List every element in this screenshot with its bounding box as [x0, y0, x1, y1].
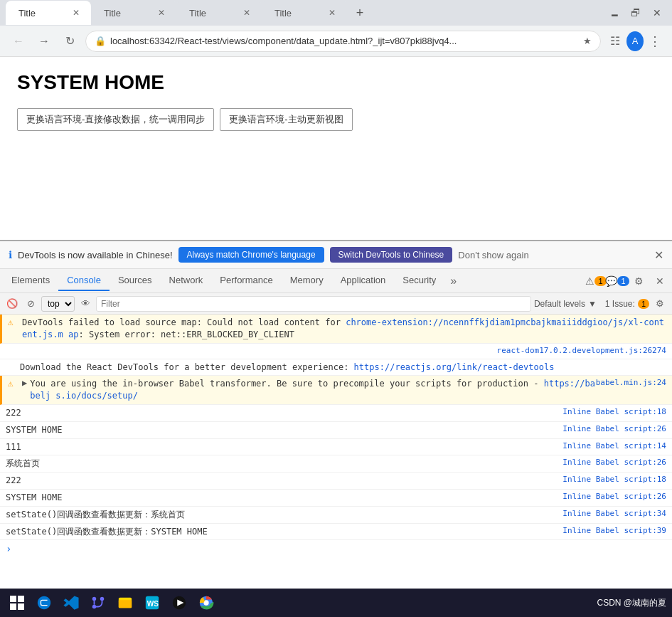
tab-3-title: Title	[189, 8, 206, 19]
babel-link[interactable]: https://babelj s.io/docs/setup/	[30, 379, 595, 401]
tab-sources-label: Sources	[118, 275, 152, 285]
console-line-devtools: Download the React DevTools for a better…	[0, 359, 672, 376]
banner-close-button[interactable]: ✕	[654, 248, 663, 262]
clear-console-button[interactable]: 🚫	[4, 296, 20, 312]
dont-show-button[interactable]: Don't show again	[458, 250, 528, 260]
restore-button[interactable]: 🗗	[626, 4, 645, 22]
warning-badge-button[interactable]: ⚠ 1	[587, 272, 605, 290]
tab-elements[interactable]: Elements	[3, 270, 58, 291]
console-source-react[interactable]: react-dom17.0.2.development.js:26274	[497, 346, 666, 355]
tab-performance-label: Performance	[220, 275, 272, 285]
react-devtools-link[interactable]: https://reactjs.org/link/react-devtools	[354, 362, 555, 372]
minimize-button[interactable]: 🗕	[605, 4, 624, 22]
more-tabs-button[interactable]: »	[444, 272, 462, 290]
console-text-222-2: 222	[6, 475, 562, 487]
console-source-systemhome-1[interactable]: Inline Babel script:26	[562, 424, 666, 433]
bookmark-icon[interactable]: ★	[583, 36, 592, 46]
tab-1-close[interactable]: ✕	[70, 6, 82, 19]
browser-window: Title ✕ Title ✕ Title ✕ Title ✕ + 🗕	[0, 0, 672, 617]
tab-console[interactable]: Console	[58, 270, 110, 291]
tab-2[interactable]: Title ✕	[91, 1, 176, 25]
console-text-chinese-1: 系统首页	[6, 458, 562, 470]
forward-button[interactable]: →	[34, 31, 54, 51]
console-source-222-1[interactable]: Inline Babel script:18	[562, 407, 666, 416]
console-line-babel: ⚠ ▶ You are using the in-browser Babel t…	[0, 376, 672, 405]
tab-4[interactable]: Title ✕	[262, 1, 347, 25]
taskbar-edge-icon[interactable]	[33, 591, 55, 614]
taskbar-user-info: CSDN @城南的夏	[597, 597, 666, 609]
eye-icon-button[interactable]: 👁	[78, 296, 93, 312]
svg-rect-11	[18, 603, 24, 610]
url-lock-icon: 🔒	[95, 36, 106, 46]
console-source-111[interactable]: Inline Babel script:14	[562, 441, 666, 450]
extensions-icon[interactable]: ☷	[607, 33, 624, 50]
console-source-setstate-2[interactable]: Inline Babel script:39	[562, 526, 666, 535]
default-levels-label: Default levels	[534, 299, 585, 309]
tab-3-close[interactable]: ✕	[240, 6, 253, 19]
console-settings-button[interactable]: ⚙	[652, 296, 668, 312]
tab-sources[interactable]: Sources	[110, 270, 161, 291]
taskbar-ws-icon[interactable]: WS	[141, 591, 164, 614]
context-selector[interactable]: top	[41, 296, 75, 312]
console-text-1: DevTools failed to load source map: Coul…	[22, 317, 666, 341]
devtools-close-button[interactable]: ✕	[651, 272, 669, 290]
url-text: localhost:63342/React-test/views/compone…	[110, 36, 457, 46]
tab-memory[interactable]: Memory	[282, 270, 332, 291]
settings-gear-button[interactable]: ⚙	[629, 272, 648, 290]
console-line-setstate-1: setState()回调函数查看数据更新：系统首页 Inline Babel s…	[0, 507, 672, 524]
console-filter-input[interactable]	[96, 296, 531, 312]
issues-label: 1 Issue:	[605, 299, 635, 309]
expand-babel-button[interactable]: ▶	[22, 378, 27, 388]
tab-4-close[interactable]: ✕	[326, 6, 338, 19]
tab-security[interactable]: Security	[394, 270, 444, 291]
console-line-222-1: 222 Inline Babel script:18	[0, 405, 672, 422]
console-source-chinese-1[interactable]: Inline Babel script:26	[562, 458, 666, 467]
dropdown-arrow-icon: ▼	[588, 299, 597, 309]
taskbar-start-button[interactable]	[6, 591, 28, 614]
new-tab-button[interactable]: +	[350, 3, 370, 23]
console-source-systemhome-2[interactable]: Inline Babel script:26	[562, 492, 666, 501]
message-badge-button[interactable]: 💬 1	[608, 272, 626, 290]
tab-performance[interactable]: Performance	[211, 270, 281, 291]
tab-3[interactable]: Title ✕	[176, 1, 262, 25]
tab-1[interactable]: Title ✕	[6, 1, 91, 25]
taskbar-media-icon[interactable]	[168, 591, 191, 614]
warning-count: 1	[594, 276, 606, 286]
close-button[interactable]: ✕	[648, 4, 666, 22]
taskbar-files-icon[interactable]	[114, 591, 137, 614]
profile-button[interactable]: A	[626, 33, 644, 50]
default-levels-selector[interactable]: Default levels ▼	[534, 299, 597, 309]
svg-text:WS: WS	[147, 600, 159, 608]
profile-avatar[interactable]: A	[626, 31, 644, 51]
filter-toggle-button[interactable]: ⊘	[23, 296, 38, 312]
info-icon: ℹ	[9, 249, 12, 260]
issues-button[interactable]: 1 Issue: 1	[605, 299, 649, 309]
match-language-button[interactable]: Always match Chrome's language	[178, 247, 324, 263]
page-content: SYSTEM HOME 更换语言环境-直接修改数据，统一调用同步 更换语言环境-…	[0, 57, 672, 240]
tab-elements-label: Elements	[11, 275, 50, 285]
console-source-babel[interactable]: babel.min.js:24	[596, 378, 666, 387]
taskbar-chrome-icon[interactable]	[195, 591, 218, 614]
menu-button[interactable]: ⋮	[646, 33, 663, 50]
lang-btn-2[interactable]: 更换语言环境-主动更新视图	[220, 108, 352, 131]
reload-button[interactable]: ↻	[60, 31, 80, 51]
url-bar-actions: ★	[583, 36, 592, 46]
source-map-link[interactable]: chrome-extension://ncennffkjdiam1pmcbajk…	[22, 317, 664, 339]
tab-security-label: Security	[402, 275, 436, 285]
switch-devtools-button[interactable]: Switch DevTools to Chinese	[330, 247, 453, 263]
tab-2-close[interactable]: ✕	[155, 6, 168, 19]
console-source-setstate-1[interactable]: Inline Babel script:34	[562, 509, 666, 518]
warning-icon-babel: ⚠	[8, 378, 18, 389]
banner-info-text: DevTools is now available in Chinese!	[18, 250, 173, 260]
tab-network[interactable]: Network	[161, 270, 212, 291]
url-bar[interactable]: 🔒 localhost:63342/React-test/views/compo…	[85, 31, 601, 52]
taskbar-vscode-icon[interactable]	[60, 591, 82, 614]
taskbar-fork-icon[interactable]	[87, 591, 110, 614]
lang-btn-1[interactable]: 更换语言环境-直接修改数据，统一调用同步	[17, 108, 214, 131]
tab-memory-label: Memory	[290, 275, 324, 285]
back-button[interactable]: ←	[9, 31, 28, 51]
console-line-chinese-1: 系统首页 Inline Babel script:26	[0, 455, 672, 473]
devtools-panel: ℹ DevTools is now available in Chinese! …	[0, 240, 672, 589]
console-source-222-2[interactable]: Inline Babel script:18	[562, 475, 666, 484]
tab-application[interactable]: Application	[332, 270, 395, 291]
